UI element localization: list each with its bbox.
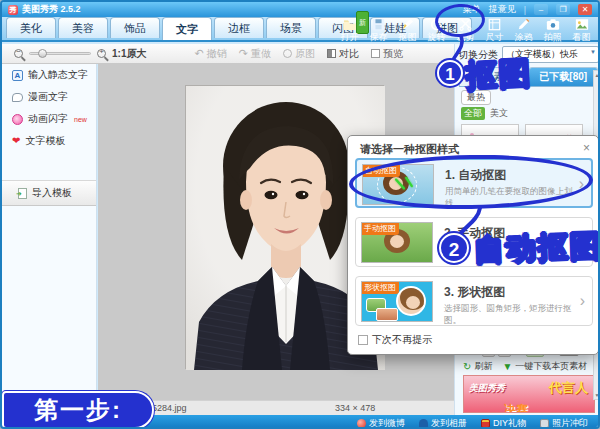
sidebar-item-comic-text[interactable]: 漫画文字 <box>2 86 96 108</box>
speech-bubble-icon <box>12 93 23 102</box>
tab-beauty[interactable]: 美容 <box>58 17 108 38</box>
cutout-knife-icon <box>401 18 414 31</box>
share-weibo-button[interactable]: 发到微博 <box>357 417 405 429</box>
sort-hot-button[interactable]: 最热 <box>461 90 491 105</box>
option-auto-cutout[interactable]: 自动抠图 1. 自动抠图 用简单的几笔在要抠取的图像上划线。 › <box>355 158 593 208</box>
sidebar-item-static-text[interactable]: A 输入静态文字 <box>2 64 96 86</box>
titlebar-divider: | <box>524 5 526 15</box>
main-toolbar: 打开 保存 抠图 旋转 裁剪 尺寸 涂鸦 拍照 看图 <box>337 18 594 44</box>
option-shape-cutout[interactable]: 形状抠图 3. 形状抠图 选择圆形、圆角矩形，矩形进行抠图。 › <box>355 276 593 326</box>
static-text-icon: A <box>12 70 23 81</box>
auto-cutout-thumb: 自动抠图 <box>362 164 434 205</box>
option-desc: 选择圆形、圆角矩形，矩形进行抠图。 <box>444 303 574 327</box>
close-button[interactable]: ✕ <box>578 4 592 15</box>
dialog-close-icon[interactable]: × <box>583 141 590 155</box>
dont-remind-checkbox[interactable] <box>358 335 368 345</box>
undo-icon: ↶ <box>194 47 203 60</box>
sidebar-item-flash-text[interactable]: 动画闪字 new <box>2 108 96 130</box>
zoom-in-icon[interactable] <box>97 49 106 58</box>
left-sidebar: A 输入静态文字 漫画文字 动画闪字 new ❤ 文字模板 导入模板 <box>2 64 97 400</box>
scroll-down-icon[interactable]: ▼ <box>594 392 600 398</box>
import-template-button[interactable]: 导入模板 <box>2 180 96 206</box>
option-desc: 用简单的几笔在要抠取的图像上划线。 <box>445 186 575 210</box>
download-icon: ▼ <box>502 361 512 372</box>
maximize-button[interactable]: ❐ <box>556 4 570 15</box>
redo-icon: ↷ <box>239 47 248 60</box>
album-icon <box>419 419 428 428</box>
switch-category-label: 切换分类 <box>458 48 498 62</box>
picture-icon <box>575 18 589 31</box>
refresh-button[interactable]: ↻刷新 <box>463 360 492 373</box>
undo-button[interactable]: ↶撤销 <box>194 47 226 61</box>
doodle-button[interactable]: 涂鸦 <box>511 18 536 44</box>
minimize-button[interactable]: – <box>534 4 548 15</box>
cutout-button[interactable]: 抠图 <box>395 18 420 44</box>
rotate-button[interactable]: 旋转 <box>424 18 449 44</box>
step-one-label: 第一步: <box>2 391 154 429</box>
option-manual-cutout[interactable]: 手动抠图 2. 手动抠图 › <box>355 217 593 267</box>
filter-other[interactable]: 美文 <box>490 107 508 120</box>
title-bar: 秀 美图秀秀 2.5.2 菜单 提意见 | – ❐ ✕ <box>2 2 598 17</box>
image-dimensions: 334 × 478 <box>335 403 375 413</box>
pencil-icon <box>517 18 530 31</box>
dont-remind-row: 下次不再提示 <box>358 333 432 347</box>
resize-button[interactable]: 尺寸 <box>482 18 507 44</box>
option-title: 2. 手动抠图 <box>444 225 505 242</box>
tab-border[interactable]: 边框 <box>214 17 264 38</box>
viewer-button[interactable]: 看图 <box>569 18 594 44</box>
tab-beautify[interactable]: 美化 <box>6 17 56 38</box>
gift-icon <box>481 419 490 428</box>
window-title: 美图秀秀 2.5.2 <box>22 3 81 16</box>
option-title: 3. 形状抠图 <box>444 284 505 301</box>
heart-icon: ❤ <box>12 136 20 146</box>
size-frame-icon <box>488 18 501 31</box>
chevron-right-icon: › <box>579 175 584 193</box>
menu-link[interactable]: 菜单 <box>463 3 481 16</box>
compare-button[interactable]: 对比 <box>327 47 359 61</box>
cutout-style-dialog: 请选择一种抠图样式 × 自动抠图 1. 自动抠图 用简单的几笔在要抠取的图像上划… <box>347 135 599 355</box>
original-icon <box>283 49 292 58</box>
flash-text-icon <box>12 114 23 125</box>
tab-downloaded[interactable]: 已下载[80] <box>529 67 599 86</box>
tab-online-material[interactable]: 在线素材 <box>459 67 529 86</box>
filter-all-badge[interactable]: 全部 <box>461 107 485 120</box>
crop-button[interactable]: 裁剪 <box>453 18 478 44</box>
zoom-slider-thumb[interactable] <box>38 49 47 58</box>
open-folder-icon <box>343 18 357 31</box>
save-floppy-icon <box>372 18 385 31</box>
ad-banner[interactable]: 美图秀秀 代言人 决赛 <box>463 375 595 413</box>
scroll-up-icon[interactable]: ▲ <box>594 72 600 78</box>
save-button[interactable]: 保存 <box>366 18 391 44</box>
new-text-badge: new <box>74 116 87 123</box>
app-window: 秀 美图秀秀 2.5.2 菜单 提意见 | – ❐ ✕ 美化 美容 饰品 文字 … <box>0 0 600 429</box>
preview-button[interactable]: 预览 <box>371 47 403 61</box>
manual-cutout-thumb: 手动抠图 <box>361 222 433 263</box>
rotate-icon <box>430 18 443 31</box>
tab-accessory[interactable]: 饰品 <box>110 17 160 38</box>
view-toolbar: 1:1原大 ↶撤销 ↷重做 原图 对比 预览 <box>2 44 454 64</box>
zoom-slider[interactable] <box>29 52 91 55</box>
printer-icon <box>540 419 549 428</box>
zoom-level-label[interactable]: 1:1原大 <box>112 47 146 61</box>
tab-scene[interactable]: 场景 <box>266 17 316 38</box>
weibo-icon <box>357 419 366 428</box>
import-icon <box>18 188 27 199</box>
tab-text[interactable]: 文字 <box>162 17 212 40</box>
category-dropdown[interactable]: （文字模板）快乐 <box>502 46 599 63</box>
open-button[interactable]: 打开 <box>337 18 362 44</box>
preview-icon <box>371 49 380 58</box>
sidebar-item-text-template[interactable]: ❤ 文字模板 <box>2 130 96 152</box>
scissors-icon <box>459 18 472 31</box>
download-all-button[interactable]: ▼一键下载本页素材 <box>502 360 587 373</box>
chevron-right-icon: › <box>580 233 585 251</box>
original-button[interactable]: 原图 <box>283 47 315 61</box>
feedback-link[interactable]: 提意见 <box>489 3 516 16</box>
redo-button[interactable]: ↷重做 <box>239 47 271 61</box>
dont-remind-label: 下次不再提示 <box>372 333 432 347</box>
camera-button[interactable]: 拍照 <box>540 18 565 44</box>
photo-print-button[interactable]: 照片冲印 <box>540 417 588 429</box>
share-album-button[interactable]: 发到相册 <box>419 417 467 429</box>
option-title: 1. 自动抠图 <box>445 167 506 184</box>
diy-gift-button[interactable]: DIY礼物 <box>481 417 526 429</box>
zoom-out-icon[interactable] <box>14 49 23 58</box>
